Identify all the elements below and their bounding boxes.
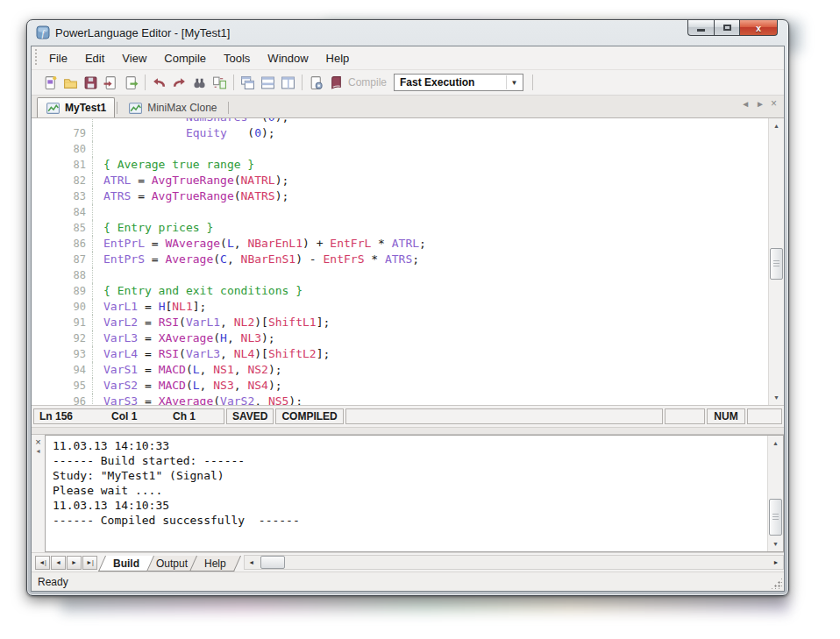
output-horizontal-scrollbar[interactable]: ◄ ► (244, 555, 784, 570)
tab-close-icon[interactable]: × (771, 99, 777, 109)
find-button[interactable] (189, 73, 210, 92)
code-line[interactable]: 92VarL3 = XAverage(H, NL3); (32, 330, 769, 346)
code-line[interactable]: 85{ Entry prices } (32, 220, 769, 236)
code-text: VarL2 = RSI(VarL1, NL2)[ShiftL1]; (103, 315, 330, 330)
undo-button[interactable] (149, 73, 169, 92)
menubar-gripper[interactable] (34, 49, 39, 67)
line-number: 81 (32, 157, 93, 173)
editor-scrollbar-thumb[interactable] (770, 248, 783, 280)
code-line[interactable]: 86EntPrL = WAverage(L, NBarEnL1) + EntFr… (32, 236, 769, 252)
code-line[interactable]: 81{ Average true range } (32, 157, 769, 173)
panel-splitter[interactable] (32, 427, 784, 435)
title-bar[interactable]: f PowerLanguage Editor - [MyTest1] x (27, 20, 788, 46)
status-spacer (747, 408, 782, 424)
code-line[interactable]: 90VarL1 = H[NL1]; (32, 299, 769, 315)
cascade-windows-button[interactable] (238, 73, 258, 92)
hscrollbar-thumb[interactable] (260, 556, 285, 569)
code-line[interactable]: 91VarL2 = RSI(VarL1, NL2)[ShiftL1]; (32, 315, 769, 330)
code-editor[interactable]: NumShares (0);79 Equity (0);8081{ Averag… (32, 118, 784, 406)
code-text: { Entry prices } (103, 220, 213, 236)
code-line[interactable]: 96VarS3 = XAverage(VarS2, NS5); (32, 394, 769, 406)
code-text: VarL4 = RSI(VarL3, NL4)[ShiftL2]; (103, 346, 330, 362)
split-horizontal-button[interactable] (258, 73, 278, 92)
menu-tools[interactable]: Tools (215, 46, 259, 69)
import-script-button[interactable] (101, 73, 121, 92)
status-bar: Ready (32, 572, 784, 591)
output-scrollbar-thumb[interactable] (769, 499, 782, 536)
tab-scroll-left-icon[interactable]: ◄ (741, 99, 750, 109)
output-nav-next-button[interactable]: ► (67, 556, 82, 570)
tab-label: MiniMax Clone (147, 102, 217, 114)
redo-button[interactable] (169, 73, 189, 92)
save-button[interactable] (81, 73, 101, 92)
execution-mode-combobox[interactable]: Fast Execution ▼ (394, 74, 523, 91)
redo-icon (172, 75, 187, 90)
menu-view[interactable]: View (113, 46, 155, 69)
scroll-right-icon[interactable]: ► (769, 556, 783, 569)
app-window: f PowerLanguage Editor - [MyTest1] x Fil… (26, 19, 789, 596)
tab-minimax-clone[interactable]: MiniMax Clone (119, 97, 225, 117)
tab-scroll-right-icon[interactable]: ► (756, 99, 765, 109)
editor-vertical-scrollbar[interactable]: ▲ ▼ (768, 118, 784, 405)
tab-label: MyTest1 (65, 102, 106, 114)
output-pin-icon[interactable]: ◂ (36, 447, 39, 456)
line-number: 86 (32, 236, 93, 252)
code-text: VarS2 = MACD(L, NS3, NS4); (103, 378, 282, 394)
line-number: 88 (32, 267, 93, 283)
code-line[interactable]: 87EntPrS = Average(C, NBarEnS1) - EntFrS… (32, 252, 769, 267)
menu-window[interactable]: Window (259, 46, 317, 69)
minimize-button[interactable] (687, 20, 714, 36)
code-line[interactable]: 88 (32, 267, 769, 283)
scroll-up-icon[interactable]: ▲ (768, 437, 783, 450)
menu-file[interactable]: File (40, 46, 76, 69)
menu-edit[interactable]: Edit (76, 46, 113, 69)
scroll-up-icon[interactable]: ▲ (769, 119, 784, 132)
scroll-left-icon[interactable]: ◄ (245, 556, 259, 569)
output-nav-last-button[interactable]: ►| (82, 556, 97, 570)
code-line[interactable]: NumShares (0); (32, 118, 769, 125)
chevron-down-icon[interactable]: ▼ (506, 75, 522, 89)
resize-grip[interactable] (771, 578, 782, 589)
output-tab-build[interactable]: Build (102, 556, 151, 572)
find-replace-button[interactable] (210, 73, 230, 92)
open-folder-button[interactable] (61, 73, 81, 92)
menu-help[interactable]: Help (317, 46, 359, 69)
code-line[interactable]: 82ATRL = AvgTrueRange(NATRL); (32, 173, 769, 188)
code-text: VarS1 = MACD(L, NS1, NS2); (103, 362, 282, 378)
line-number: 93 (32, 346, 93, 362)
output-tab-label: Help (204, 557, 226, 570)
code-line[interactable]: 84 (32, 204, 769, 220)
script-properties-button[interactable] (306, 73, 326, 92)
scroll-down-icon[interactable]: ▼ (768, 537, 783, 550)
export-script-button[interactable] (121, 73, 141, 92)
output-nav-first-button[interactable]: ◄| (35, 556, 50, 570)
new-script-button[interactable] (40, 73, 61, 92)
output-nav-prev-button[interactable]: ◄ (51, 556, 66, 570)
char-indicator: Ch 1 (173, 410, 196, 422)
line-number (32, 118, 93, 125)
cascade-windows-icon (240, 75, 255, 90)
num-lock-indicator: NUM (707, 408, 745, 424)
code-line[interactable]: 89{ Entry and exit conditions } (32, 283, 769, 299)
code-line[interactable]: 80 (32, 141, 769, 157)
output-close-icon[interactable]: × (35, 437, 40, 447)
compile-script-button[interactable] (326, 73, 346, 92)
output-vertical-scrollbar[interactable]: ▲ ▼ (767, 436, 783, 551)
code-line[interactable]: 79 Equity (0); (32, 125, 769, 141)
split-vertical-button[interactable] (278, 73, 298, 92)
code-line[interactable]: 83ATRS = AvgTrueRange(NATRS); (32, 188, 769, 204)
maximize-button[interactable] (714, 20, 739, 36)
code-line[interactable]: 95VarS2 = MACD(L, NS3, NS4); (32, 378, 769, 394)
tab-mytest1[interactable]: MyTest1 (37, 97, 115, 117)
maximize-icon (723, 25, 731, 31)
output-tab-help[interactable]: Help (193, 556, 238, 572)
code-line[interactable]: 94VarS1 = MACD(L, NS1, NS2); (32, 362, 769, 378)
code-text: Equity (0); (103, 125, 275, 141)
find-replace-icon (212, 75, 227, 90)
line-number: 89 (32, 283, 93, 299)
menu-compile[interactable]: Compile (155, 46, 215, 69)
build-log[interactable]: 11.03.13 14:10:33 ------ Build started: … (45, 435, 784, 552)
scroll-down-icon[interactable]: ▼ (769, 391, 784, 404)
close-button[interactable]: x (739, 20, 778, 36)
code-line[interactable]: 93VarL4 = RSI(VarL3, NL4)[ShiftL2]; (32, 346, 769, 362)
